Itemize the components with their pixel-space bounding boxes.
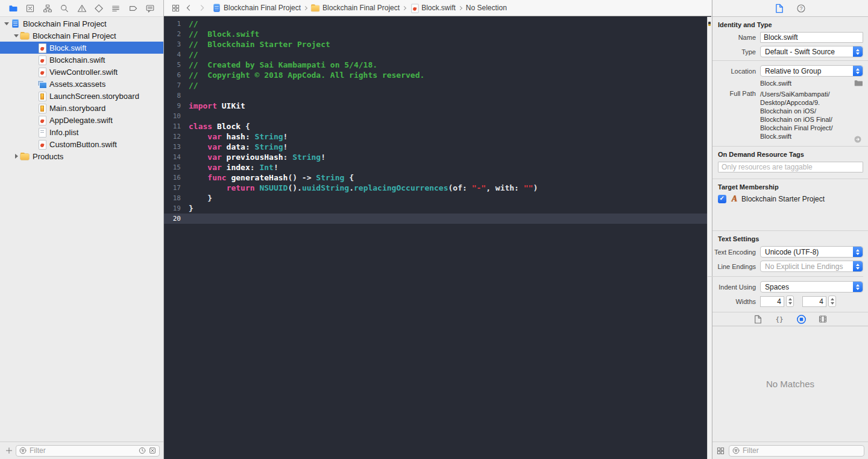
file-tree-item-appdelegate-swift[interactable]: AppDelegate.swift (0, 114, 163, 126)
breadcrumb-separator (303, 5, 307, 10)
resource-tags-input[interactable] (718, 162, 863, 173)
editor-scrollbar[interactable] (707, 17, 711, 459)
source-control-status-filter-icon[interactable] (148, 446, 157, 455)
code-line-8[interactable]: 8 (164, 90, 711, 101)
file-tree-item-viewcontroller-swift[interactable]: ViewController.swift (0, 66, 163, 78)
file-tree-item-products[interactable]: Products (0, 150, 163, 162)
line-number: 16 (164, 173, 181, 183)
code-line-5[interactable]: 5// Created by Sai Kambampati on 5/4/18. (164, 60, 711, 70)
file-tree-item-block-swift[interactable]: Block.swift (0, 42, 163, 54)
issue-navigator-icon[interactable] (75, 2, 89, 14)
code-line-11[interactable]: 11class Block { (164, 121, 711, 131)
breadcrumb-item[interactable]: No Selection (466, 4, 507, 12)
file-tree-item-info-plist[interactable]: Info.plist (0, 126, 163, 138)
code-line-2[interactable]: 2// Block.swift (164, 29, 711, 39)
code-line-10[interactable]: 10 (164, 111, 711, 121)
file-tree-item-assets-xcassets[interactable]: Assets.xcassets (0, 78, 163, 90)
indent-width-field[interactable]: 4 (760, 296, 784, 307)
indent-width-stepper[interactable] (786, 296, 794, 307)
code-line-20[interactable]: 20 (164, 214, 711, 224)
file-inspector-icon[interactable] (773, 2, 786, 14)
code-line-18[interactable]: 18 } (164, 193, 711, 203)
code-line-14[interactable]: 14 var previousHash: String! (164, 152, 711, 162)
add-button[interactable] (2, 445, 16, 457)
disclosure-triangle (29, 128, 37, 136)
swift-file-icon (37, 116, 46, 125)
file-tree-item-custombutton-swift[interactable]: CustomButton.swift (0, 138, 163, 150)
object-library-icon[interactable] (794, 313, 808, 325)
tab-width-stepper[interactable] (828, 296, 836, 307)
jump-to-path-icon[interactable] (854, 135, 862, 144)
tab-width-field[interactable]: 4 (802, 296, 826, 307)
location-dropdown[interactable]: Relative to Group (760, 65, 863, 77)
code-line-1[interactable]: 1// (164, 19, 711, 29)
find-navigator-icon[interactable] (57, 2, 72, 14)
library-filter-bar: Filter (712, 442, 868, 459)
breadcrumb-item[interactable]: Blockchain Final Project (212, 4, 301, 13)
code-line-13[interactable]: 13 var data: String! (164, 142, 711, 152)
file-label: Info.plist (49, 128, 78, 137)
code-line-9[interactable]: 9import UIKit (164, 101, 711, 111)
recent-files-clock-icon[interactable] (138, 446, 146, 455)
code-snippet-library-icon[interactable]: {} (773, 313, 786, 325)
file-label: Main.storyboard (49, 104, 105, 113)
code-editor[interactable]: 1//2// Block.swift3// Blockchain Starter… (164, 17, 711, 459)
navigator-sidebar: Blockchain Final ProjectBlockchain Final… (0, 0, 164, 459)
symbol-navigator-icon[interactable] (40, 2, 55, 14)
line-number: 5 (164, 60, 181, 70)
line-endings-dropdown[interactable]: No Explicit Line Endings (760, 261, 863, 272)
code-line-15[interactable]: 15 var index: Int! (164, 162, 711, 173)
code-line-3[interactable]: 3// Blockchain Starter Project (164, 39, 711, 49)
disclosure-triangle[interactable] (12, 152, 20, 160)
target-membership-section: Target Membership A Blockchain Starter P… (712, 179, 868, 230)
file-tree-item-main-storyboard[interactable]: Main.storyboard (0, 102, 163, 114)
text-encoding-dropdown[interactable]: Unicode (UTF-8) (760, 246, 863, 258)
disclosure-triangle[interactable] (12, 31, 20, 40)
code-line-17[interactable]: 17 return NSUUID().uuidString.replacingO… (164, 183, 711, 193)
filter-placeholder: Filter (30, 446, 138, 455)
go-forward-button[interactable] (195, 2, 209, 14)
related-items-icon[interactable] (169, 2, 182, 14)
debug-navigator-icon[interactable] (108, 2, 123, 14)
file-template-library-icon[interactable] (751, 313, 764, 325)
code-line-7[interactable]: 7// (164, 80, 711, 90)
breakpoint-navigator-icon[interactable] (126, 2, 140, 14)
location-file-name: Block.swift (760, 80, 791, 87)
source-control-navigator-icon[interactable] (23, 2, 37, 14)
library-filter-field[interactable]: Filter (729, 445, 864, 457)
line-number: 14 (164, 152, 181, 162)
file-label: Assets.xcassets (49, 80, 105, 89)
library-grid-icon[interactable] (716, 446, 725, 455)
code-line-12[interactable]: 12 var hash: String! (164, 131, 711, 142)
scrollbar-thumb[interactable] (708, 22, 711, 26)
inspector-panel: ? Identity and Type Name Block.swift Typ… (712, 0, 868, 459)
disclosure-triangle[interactable] (2, 19, 11, 28)
name-field[interactable]: Block.swift (760, 32, 863, 43)
file-tree-item-blockchain-swift[interactable]: Blockchain.swift (0, 54, 163, 66)
go-back-button[interactable] (182, 2, 195, 14)
code-line-19[interactable]: 19} (164, 203, 711, 214)
indent-using-dropdown[interactable]: Spaces (760, 281, 863, 293)
name-label: Name (712, 34, 760, 41)
code-line-16[interactable]: 16 func generateHash() -> String { (164, 173, 711, 183)
report-navigator-icon[interactable] (143, 2, 157, 14)
file-tree-item-blockchain-final-project[interactable]: Blockchain Final Project (0, 17, 163, 30)
line-number: 19 (164, 203, 181, 214)
type-dropdown[interactable]: Default - Swift Source (760, 46, 863, 57)
breadcrumb-item[interactable]: Block.swift (410, 4, 456, 13)
file-tree-item-blockchain-final-project[interactable]: Blockchain Final Project (0, 30, 163, 42)
choose-folder-icon[interactable] (854, 80, 863, 87)
breadcrumb-item[interactable]: Blockchain Final Project (311, 4, 400, 13)
text-settings-section: Text Settings Text EncodingUnicode (UTF-… (712, 231, 868, 312)
dropdown-stepper-icon (853, 261, 863, 271)
target-checkbox[interactable] (718, 195, 726, 203)
navigator-filter-field[interactable]: Filter (16, 445, 160, 457)
code-line-4[interactable]: 4// (164, 49, 711, 60)
quick-help-icon[interactable]: ? (794, 2, 808, 14)
project-navigator-icon[interactable] (6, 2, 20, 14)
media-library-icon[interactable] (816, 313, 829, 325)
test-navigator-icon[interactable] (92, 2, 106, 14)
filter-icon (732, 446, 740, 455)
code-line-6[interactable]: 6// Copyright © 2018 AppCoda. All rights… (164, 70, 711, 80)
file-tree-item-launchscreen-storyboard[interactable]: LaunchScreen.storyboard (0, 90, 163, 102)
